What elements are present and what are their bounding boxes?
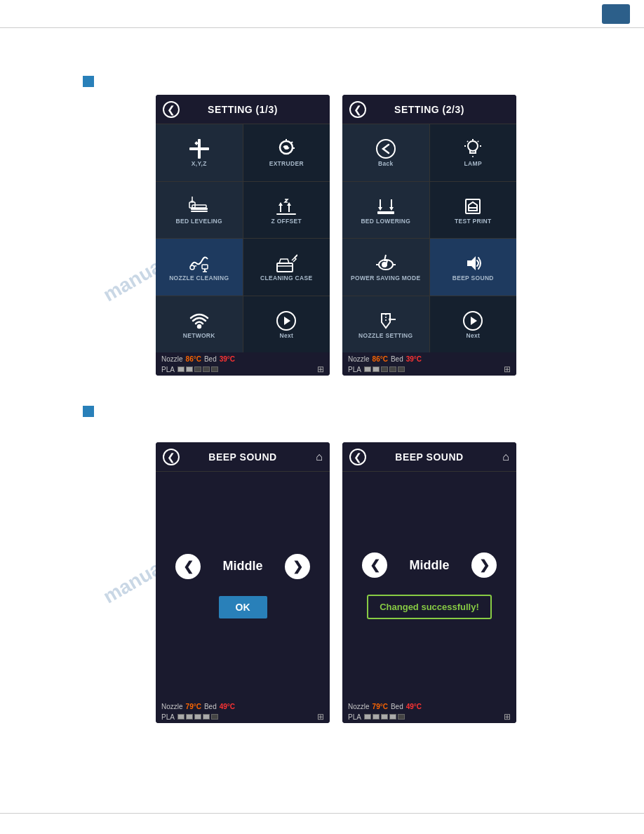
xyz-label: X,Y,Z — [192, 160, 207, 167]
power-saving-icon — [375, 252, 397, 274]
screen2-bed-label: Bed — [391, 355, 403, 363]
screen4-title: BEEP SOUND — [395, 451, 463, 463]
screen1-filament-bar — [177, 366, 218, 372]
svg-line-36 — [467, 141, 468, 142]
menu-cell-extruder[interactable]: EXTRUDER — [243, 124, 330, 181]
screen3-next-btn[interactable]: ❯ — [285, 554, 310, 579]
screen1-nozzle-label: Nozzle — [161, 355, 183, 363]
lamp-icon — [462, 138, 484, 160]
svg-point-30 — [468, 141, 478, 151]
screen1-back-btn[interactable]: ❮ — [163, 101, 180, 118]
fil-block — [398, 714, 405, 720]
screen3-nozzle-label: Nozzle — [161, 703, 183, 710]
screen4-prev-btn[interactable]: ❮ — [362, 552, 387, 578]
screen1-filament-row: PLA ⊞ — [161, 364, 324, 374]
svg-rect-14 — [276, 213, 296, 215]
svg-rect-23 — [277, 263, 293, 272]
fil-block — [398, 366, 405, 372]
screen3-home-btn[interactable]: ⌂ — [316, 451, 323, 463]
screen1-nozzle-temp: 86°C — [186, 355, 201, 363]
svg-marker-16 — [279, 202, 283, 206]
screen4-status-bar: Nozzle 79°C Bed 49°C PLA ⊞ — [342, 700, 516, 723]
screen2-filament-bar — [364, 366, 405, 372]
top-right-box — [602, 4, 630, 24]
screen3-ok-button[interactable]: OK — [219, 596, 267, 618]
menu-cell-back[interactable]: Back — [342, 124, 429, 181]
menu-cell-network[interactable]: NETWORK — [156, 296, 243, 353]
screen4-filament-row: PLA ⊞ — [348, 712, 511, 722]
screen-setting-1-3: ❮ SETTING (1/3) X,Y,Z EXTRUDER — [156, 95, 330, 376]
nozzle-cleaning-label: NOZZLE CLEANING — [169, 274, 229, 282]
bottom-bar — [0, 813, 644, 834]
screen1-bed-temp: 39°C — [220, 355, 235, 363]
menu-cell-bed-lowering[interactable]: BED LOWERING — [342, 182, 429, 239]
section-marker-1 — [83, 76, 94, 87]
fil-block — [373, 366, 380, 372]
fil-block — [211, 366, 218, 372]
menu-cell-xyz[interactable]: X,Y,Z — [156, 124, 243, 181]
beep-sound-icon — [462, 252, 484, 274]
svg-line-25 — [295, 255, 297, 258]
screen4-home-btn[interactable]: ⌂ — [502, 451, 509, 463]
screen4-filament-type: PLA — [348, 713, 361, 721]
screen-beep-sound-2: ❮ BEEP SOUND ⌂ ❮ Middle ❯ Changed succes… — [342, 442, 516, 723]
screen2-back-btn[interactable]: ❮ — [349, 101, 366, 118]
screen4-next-btn[interactable]: ❯ — [471, 552, 497, 578]
menu-cell-lamp[interactable]: LAMP — [430, 124, 517, 181]
nozzle-setting-icon — [375, 310, 397, 332]
fil-block — [364, 366, 371, 372]
fil-block — [381, 366, 388, 372]
screen3-network-status: ⊞ — [317, 712, 324, 722]
menu-cell-beep-sound[interactable]: BEEP SOUND — [430, 239, 517, 296]
screen4-nozzle-label: Nozzle — [348, 703, 370, 710]
z-offset-icon — [275, 195, 297, 218]
screen1-status-bar: Nozzle 86°C Bed 39°C PLA ⊞ — [156, 352, 330, 376]
fil-block — [381, 714, 388, 720]
fil-block — [177, 714, 185, 720]
section-marker-2 — [83, 406, 94, 417]
screen3-header: ❮ BEEP SOUND ⌂ — [156, 442, 330, 472]
fil-block — [211, 714, 218, 720]
fil-block — [203, 714, 210, 720]
top-bar — [0, 0, 644, 28]
screen3-prev-btn[interactable]: ❮ — [175, 554, 201, 579]
screen4-network-status: ⊞ — [504, 712, 511, 722]
svg-line-35 — [478, 141, 478, 142]
screen3-back-btn[interactable]: ❮ — [163, 449, 180, 465]
lamp-label: LAMP — [464, 160, 482, 167]
screen2-nozzle-label: Nozzle — [348, 355, 370, 363]
screen4-back-btn[interactable]: ❮ — [349, 449, 366, 465]
screen4-success-msg: Changed successfully! — [367, 595, 492, 619]
bed-leveling-icon — [188, 195, 210, 218]
screen4-filament-bar — [364, 714, 405, 720]
menu-cell-power-saving[interactable]: POWER SAVING MODE — [342, 239, 429, 296]
xyz-icon — [188, 138, 210, 160]
screen2-nozzle-temp: 86°C — [373, 355, 388, 363]
svg-point-51 — [389, 318, 391, 321]
screen4-temp-row: Nozzle 79°C Bed 49°C — [348, 703, 511, 710]
screen2-temp-row: Nozzle 86°C Bed 39°C — [348, 355, 511, 363]
fil-block — [186, 366, 193, 372]
screen-beep-sound-1: ❮ BEEP SOUND ⌂ ❮ Middle ❯ OK Nozzle 79°C… — [156, 442, 330, 723]
menu-cell-test-print[interactable]: TEST PRINT — [430, 182, 517, 239]
screen2-menu-grid: Back LAMP — [342, 124, 516, 352]
menu-cell-nozzle-setting[interactable]: NOZZLE SETTING — [342, 296, 429, 353]
screen3-nozzle-temp: 79°C — [186, 703, 201, 710]
menu-cell-cleaning-case[interactable]: CLEANING CASE — [243, 239, 330, 296]
fil-block — [389, 366, 396, 372]
nozzle-setting-label: NOZZLE SETTING — [358, 332, 412, 339]
extruder-icon — [275, 138, 297, 160]
back-icon — [375, 138, 397, 160]
menu-cell-nozzle-cleaning[interactable]: NOZZLE CLEANING — [156, 239, 243, 296]
menu-cell-z-offset[interactable]: Z OFFSET — [243, 182, 330, 239]
svg-point-26 — [198, 325, 201, 328]
menu-cell-next2[interactable]: Next — [430, 296, 517, 353]
svg-marker-49 — [467, 256, 476, 270]
fil-block — [194, 366, 201, 372]
svg-point-19 — [190, 265, 194, 270]
screen1-bed-label: Bed — [204, 355, 217, 363]
menu-cell-bed-leveling[interactable]: BED LEVELING — [156, 182, 243, 239]
screen4-value: Middle — [401, 558, 457, 573]
menu-cell-next1[interactable]: Next — [243, 296, 330, 353]
screen4-nozzle-temp: 79°C — [373, 703, 388, 710]
